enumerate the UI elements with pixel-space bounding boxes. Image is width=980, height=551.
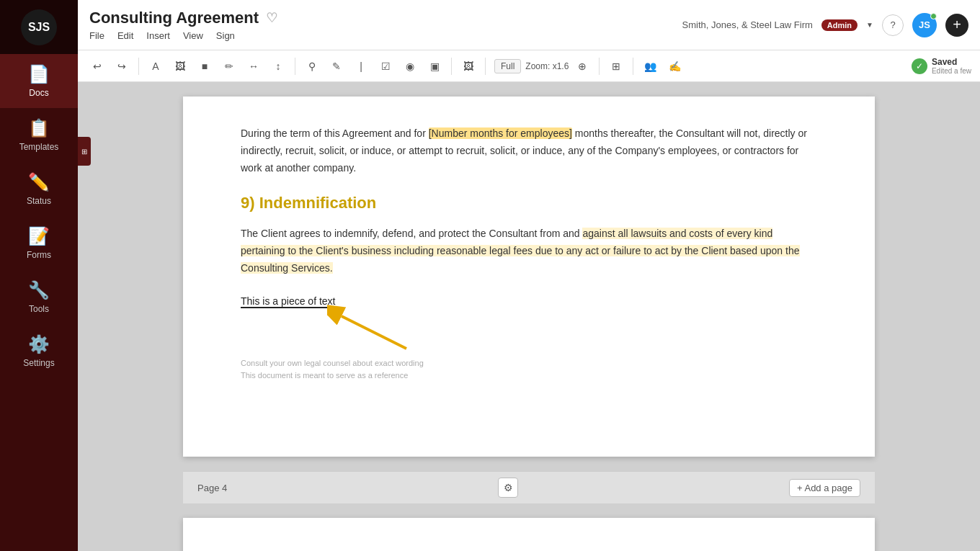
document-title: Consulting Agreement — [89, 9, 259, 27]
sidebar-item-status[interactable]: ✏️ Status — [0, 162, 78, 216]
forms-icon: 📝 — [28, 226, 50, 246]
edit-field-button[interactable]: ✎ — [326, 55, 347, 77]
panel-toggle-icon: ⊞ — [81, 148, 87, 156]
toolbar-sep-4 — [485, 58, 486, 75]
templates-icon: 📋 — [28, 118, 50, 138]
add-button[interactable]: + — [945, 14, 968, 37]
menu-edit[interactable]: Edit — [117, 30, 133, 41]
redo-button[interactable]: ↪ — [111, 55, 133, 77]
admin-dropdown-icon[interactable]: ▼ — [866, 21, 873, 29]
page-settings-button[interactable]: ⚙ — [498, 478, 518, 498]
horizontal-line-button[interactable]: ↔ — [243, 55, 264, 77]
user-avatar[interactable]: JS — [912, 13, 937, 37]
document-page: During the term of this Agreement and fo… — [183, 97, 875, 457]
text-button[interactable]: A — [145, 55, 166, 77]
sidebar-item-docs[interactable]: 📄 Docs — [0, 54, 78, 108]
header: Consulting Agreement ♡ File Edit Insert … — [78, 0, 980, 50]
header-left: Consulting Agreement ♡ File Edit Insert … — [89, 9, 277, 41]
favorite-icon[interactable]: ♡ — [266, 10, 277, 26]
zoom-area: Full Zoom: x1.6 — [494, 59, 569, 73]
radio-button[interactable]: ◉ — [399, 55, 421, 77]
document-title-bar: Consulting Agreement ♡ — [89, 9, 277, 27]
collaborate-button[interactable]: 👥 — [639, 55, 661, 77]
shape-button[interactable]: ■ — [194, 55, 215, 77]
sidebar-item-tools[interactable]: 🔧 Tools — [0, 270, 78, 324]
sidebar-item-templates[interactable]: 📋 Templates — [0, 108, 78, 162]
sidebar: SJS 📄 Docs 📋 Templates ✏️ Status 📝 Forms… — [0, 0, 78, 551]
main-area: Consulting Agreement ♡ File Edit Insert … — [78, 0, 980, 551]
page4-label: Page 4 — [197, 483, 227, 493]
zoom-mode[interactable]: Full — [494, 59, 521, 73]
docs-icon: 📄 — [28, 64, 50, 84]
compass-button[interactable]: ⊕ — [571, 55, 593, 77]
menu-sign[interactable]: Sign — [216, 30, 235, 41]
document-area[interactable]: During the term of this Agreement and fo… — [78, 82, 980, 551]
sidebar-item-forms[interactable]: 📝 Forms — [0, 216, 78, 270]
firm-name: Smith, Jones, & Steel Law Firm — [682, 19, 813, 30]
side-panel-toggle[interactable]: ⊞ — [78, 137, 91, 166]
arrow-annotation — [327, 302, 414, 359]
field-button[interactable]: ⚲ — [301, 55, 323, 77]
footer-line2: This document is meant to serve as a ref… — [241, 369, 817, 382]
saved-text: Saved Edited a few — [932, 57, 971, 75]
annotation-area: This is a piece of text — [241, 295, 817, 314]
page-footer-note: Consult your own legal counsel about exa… — [241, 357, 817, 382]
status-icon: ✏️ — [28, 172, 50, 192]
section9-text-start: The Client agrees to indemnify, defend, … — [241, 228, 582, 239]
image-button[interactable]: 🖼 — [169, 55, 191, 77]
table-button[interactable]: ⊞ — [605, 55, 627, 77]
menu-bar: File Edit Insert View Sign — [89, 30, 277, 41]
toolbar-sep-1 — [138, 58, 139, 75]
saved-area: ✓ Saved Edited a few — [912, 57, 971, 75]
sidebar-item-settings[interactable]: ⚙️ Settings — [0, 324, 78, 378]
admin-badge: Admin — [821, 19, 858, 31]
section9-paragraph: The Client agrees to indemnify, defend, … — [241, 225, 817, 277]
menu-view[interactable]: View — [183, 30, 203, 41]
menu-insert[interactable]: Insert — [146, 30, 170, 41]
menu-file[interactable]: File — [89, 30, 104, 41]
page4-bar: Page 4 ⚙ + Add a page — [183, 471, 875, 503]
toolbar-sep-2 — [295, 58, 295, 75]
header-right: Smith, Jones, & Steel Law Firm Admin ▼ ?… — [682, 13, 968, 37]
highlighted-number: [Number months for employees] — [429, 127, 572, 139]
page-settings-icon: ⚙ — [504, 482, 513, 493]
combo-button[interactable]: ▣ — [424, 55, 445, 77]
inserted-text[interactable]: This is a piece of text — [241, 295, 336, 308]
saved-check-icon: ✓ — [912, 58, 927, 74]
saved-label: Saved — [932, 57, 971, 67]
toolbar-sep-3 — [451, 58, 452, 75]
sidebar-logo: SJS — [0, 0, 78, 54]
vertical-line-button[interactable]: ↕ — [267, 55, 289, 77]
zoom-level: Zoom: x1.6 — [525, 61, 569, 71]
toolbar-sep-5 — [599, 58, 600, 75]
svg-line-1 — [342, 316, 406, 349]
toolbar-sep-6 — [633, 58, 633, 75]
media-button[interactable]: 🖼 — [458, 55, 479, 77]
help-button[interactable]: ? — [882, 14, 904, 36]
saved-time: Edited a few — [932, 67, 971, 75]
intro-text: During the term of this Agreement and fo… — [241, 127, 429, 139]
user-status-dot — [930, 13, 937, 19]
app-logo[interactable]: SJS — [21, 9, 57, 45]
tools-icon: 🔧 — [28, 280, 50, 300]
page-preview — [183, 518, 875, 551]
intro-paragraph: During the term of this Agreement and fo… — [241, 125, 817, 176]
help-icon: ? — [890, 19, 895, 30]
settings-icon: ⚙️ — [28, 334, 50, 354]
section9-heading: 9) Indemnification — [241, 194, 817, 212]
add-page-button[interactable]: + Add a page — [789, 479, 860, 497]
toolbar: ↩ ↪ A 🖼 ■ ✏ ↔ ↕ ⚲ ✎ | ☑ ◉ ▣ 🖼 Full Zoom:… — [78, 50, 980, 82]
signature-button[interactable]: | — [350, 55, 372, 77]
undo-button[interactable]: ↩ — [86, 55, 108, 77]
checkbox-button[interactable]: ☑ — [375, 55, 396, 77]
draw-button[interactable]: ✏ — [218, 55, 240, 77]
sign-request-button[interactable]: ✍ — [664, 55, 685, 77]
